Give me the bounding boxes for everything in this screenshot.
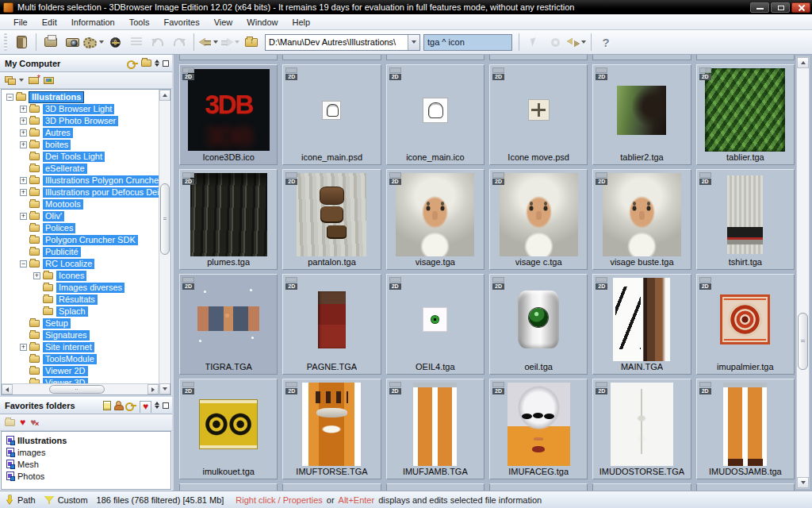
- thumbnail-cell[interactable]: 2D IMUDOSJAMB.tga: [696, 379, 795, 479]
- person-icon[interactable]: [114, 401, 122, 410]
- back-button[interactable]: [198, 33, 219, 52]
- tree-item[interactable]: + Autres: [2, 127, 159, 139]
- remove-favorite-button[interactable]: ♥: [30, 418, 36, 426]
- favorite-item[interactable]: Mesh: [6, 458, 170, 470]
- tree-vertical-scrollbar[interactable]: [159, 90, 170, 394]
- collapse-panel-icon[interactable]: [163, 60, 169, 67]
- address-dropdown-button[interactable]: [408, 35, 419, 50]
- maximize-button[interactable]: [771, 2, 790, 13]
- tree-item[interactable]: Résultats: [2, 294, 159, 306]
- scroll-thumb[interactable]: [798, 313, 808, 370]
- thumbnail-cell[interactable]: 2D imupalmier.tga: [696, 274, 795, 375]
- scroll-down-button[interactable]: [159, 383, 170, 394]
- parent-folder-button[interactable]: [241, 33, 262, 52]
- menu-item[interactable]: Information: [64, 16, 122, 29]
- sort-path-icon[interactable]: [6, 495, 13, 505]
- tree-item[interactable]: Splach: [2, 306, 159, 318]
- tree-item[interactable]: + 3D Browser Light: [2, 103, 159, 115]
- help-button[interactable]: ?: [596, 33, 616, 52]
- goto-button[interactable]: [523, 33, 544, 52]
- search-key-icon[interactable]: [127, 60, 138, 66]
- thumbnail-cell[interactable]: 2D 3DB Icone3DB.ico: [179, 64, 278, 165]
- tree-item[interactable]: Viewer 3D: [2, 377, 159, 383]
- thumbnail-cell[interactable]: 2D IMUDOSTORSE.TGA: [592, 379, 691, 479]
- tree-item[interactable]: + Oliv': [2, 210, 159, 222]
- scroll-left-button[interactable]: [2, 384, 13, 394]
- thumbnail-cell[interactable]: 2D TIGRA.TGA: [179, 274, 278, 375]
- toolbar-grip[interactable]: [4, 33, 7, 51]
- contact-sheet-button[interactable]: [11, 33, 32, 52]
- tree-item[interactable]: + 3D Photo Browser: [2, 115, 159, 127]
- tree-item[interactable]: Polices: [2, 222, 159, 234]
- convert-button[interactable]: [566, 33, 587, 52]
- tree-item[interactable]: + Illustrations pour Defocus Dei: [2, 187, 159, 198]
- scroll-thumb[interactable]: [49, 385, 105, 394]
- menu-item[interactable]: Help: [285, 16, 317, 29]
- add-favorite-button[interactable]: ♥: [20, 418, 25, 426]
- thumbnail-cell[interactable]: 2D visage buste.tga: [592, 169, 691, 270]
- thumbnail-cell[interactable]: 2D tablier2.tga: [592, 64, 691, 165]
- scroll-down-button[interactable]: [797, 477, 809, 488]
- key-icon[interactable]: [125, 402, 136, 408]
- tree-item[interactable]: + boites: [2, 139, 159, 151]
- thumbnail-cell[interactable]: 2D tshirt.tga: [696, 169, 795, 270]
- filter-input[interactable]: [423, 34, 512, 51]
- thumbnail-cell[interactable]: 2D plumes.tga: [179, 169, 278, 270]
- thumbnail-cell[interactable]: 2D IMUFACEG.tga: [489, 379, 588, 479]
- favorites-heart-icon[interactable]: ♥: [140, 401, 151, 413]
- scroll-up-button[interactable]: [159, 90, 170, 101]
- menu-item[interactable]: Favorites: [156, 16, 206, 29]
- web-export-button[interactable]: [105, 33, 125, 52]
- thumbnail-cell[interactable]: 2D Icone move.psd: [489, 64, 588, 165]
- notes-icon[interactable]: [103, 401, 111, 410]
- tree-item[interactable]: + Site internet: [2, 341, 159, 353]
- thumbnail-cell[interactable]: 2D visage c.tga: [489, 169, 588, 270]
- close-button[interactable]: [791, 2, 810, 13]
- tree-expander-icon[interactable]: −: [20, 260, 27, 267]
- thumbnail-cell[interactable]: 2D OEIL4.tga: [386, 274, 485, 375]
- scroll-right-button[interactable]: [147, 384, 159, 394]
- tree-item[interactable]: Dei Tools Light: [2, 151, 159, 163]
- tree-item[interactable]: + Illustrations Polygon Cruncher: [2, 175, 159, 187]
- tree-item[interactable]: Viewer 2D: [2, 365, 159, 377]
- thumbnail-cell[interactable]: 2D tablier.tga: [696, 64, 795, 165]
- favorite-item[interactable]: Illustrations: [6, 434, 170, 446]
- tree-expander-icon[interactable]: +: [20, 141, 27, 148]
- settings-button[interactable]: [83, 33, 104, 52]
- tree-expander-icon[interactable]: +: [20, 213, 27, 220]
- tree-item[interactable]: Images diverses: [2, 282, 159, 294]
- thumbnail-cell[interactable]: 2D icone_main.ico: [386, 64, 485, 165]
- tree-item[interactable]: − RC Localize: [2, 258, 159, 270]
- scroll-up-button[interactable]: [797, 57, 809, 68]
- print-button[interactable]: [40, 33, 61, 52]
- expand-panel-icon[interactable]: [155, 60, 159, 67]
- favorite-item[interactable]: Photos: [6, 470, 170, 482]
- thumbnail-cell[interactable]: 2D MAIN.TGA: [592, 274, 691, 375]
- tree-expander-icon[interactable]: +: [20, 106, 27, 113]
- new-folder-button[interactable]: [29, 77, 39, 84]
- menu-item[interactable]: File: [6, 16, 35, 29]
- tree-item[interactable]: eSellerate: [2, 163, 159, 175]
- thumbnail-cell[interactable]: 2D imulkouet.tga: [179, 379, 278, 479]
- tree-expander-icon[interactable]: +: [20, 129, 27, 137]
- tree-item[interactable]: Polygon Cruncher SDK: [2, 234, 159, 246]
- menu-item[interactable]: Edit: [35, 16, 64, 29]
- tree-view-button[interactable]: [5, 76, 24, 85]
- thumbnail-cell[interactable]: 2D PAGNE.TGA: [282, 274, 381, 375]
- tree-item[interactable]: Publicité: [2, 246, 159, 258]
- folder-images-button[interactable]: [44, 77, 54, 84]
- collapse-panel-icon[interactable]: [163, 402, 169, 409]
- tree-item[interactable]: + Icones: [2, 270, 159, 282]
- tree-expander-icon[interactable]: +: [20, 117, 27, 125]
- redo-button[interactable]: [169, 33, 190, 52]
- tree-item[interactable]: Setup: [2, 318, 159, 329]
- tree-expander-icon[interactable]: +: [33, 272, 40, 279]
- thumbnail-cell[interactable]: 2D IMUFJAMB.TGA: [386, 379, 485, 479]
- tree-item[interactable]: − Illustrations: [2, 91, 159, 103]
- address-input[interactable]: [266, 37, 408, 47]
- thumbnail-cell[interactable]: 2D icone_main.psd: [282, 64, 381, 165]
- list-view-button[interactable]: [126, 33, 147, 52]
- menu-item[interactable]: Tools: [122, 16, 157, 29]
- scroll-thumb[interactable]: [160, 183, 170, 255]
- tree-item[interactable]: ToolsModule: [2, 353, 159, 365]
